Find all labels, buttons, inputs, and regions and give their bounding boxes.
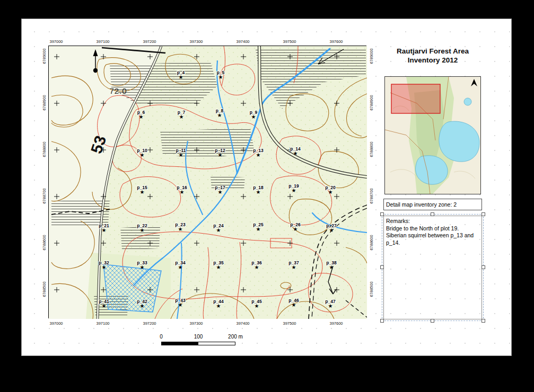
selection-handle[interactable] — [482, 212, 485, 216]
selection-handle[interactable] — [380, 265, 384, 269]
grid-coordinate-label: 6788800 — [369, 141, 374, 157]
grid-coordinate-label: 6788500 — [369, 281, 374, 297]
grid-coordinate-label: 6788600 — [42, 235, 47, 250]
layout-page: 72.0 53 p_4★p_5★p_6★p_7★p_8★p_9★p_10★p_1… — [21, 19, 512, 356]
layout-title[interactable]: Rautjarvi Forest Area Inventory 2012 — [383, 47, 482, 65]
scalebar[interactable]: 0100200 m — [161, 334, 241, 348]
main-map-canvas — [49, 46, 367, 319]
grid-coordinate-label: 397100 — [96, 321, 109, 326]
grid-coordinate-label: 397600 — [329, 321, 343, 326]
scalebar-label: 100 — [194, 334, 203, 340]
grid-coordinate-label: 6789000 — [369, 48, 374, 64]
grid-coordinate-label: 6789000 — [42, 48, 47, 64]
grid-coordinate-label: 397600 — [329, 39, 343, 44]
grid-coordinate-label: 397300 — [189, 39, 203, 44]
selection-handle[interactable] — [431, 212, 434, 216]
grid-coordinate-label: 397000 — [49, 321, 63, 326]
selection-handle[interactable] — [380, 319, 384, 323]
grid-coordinate-label: 6788700 — [42, 188, 47, 203]
grid-coordinate-label: 397100 — [96, 39, 109, 44]
selection-handle[interactable] — [482, 319, 485, 323]
remarks-body: Bridge to the North of plot 19. Siberian… — [386, 225, 474, 246]
layout-canvas: { "header": { "title_line1": "Rautjarvi … — [0, 0, 534, 392]
grid-coordinate-label: 6788900 — [369, 95, 374, 110]
grid-coordinate-label: 6788500 — [42, 281, 47, 297]
grid-coordinate-label: 6788800 — [42, 141, 47, 157]
selection-handle[interactable] — [380, 212, 384, 216]
overview-map-canvas — [385, 77, 480, 194]
grid-coordinate-label: 397400 — [236, 321, 249, 326]
title-line-1: Rautjarvi Forest Area — [383, 47, 482, 56]
grid-coordinate-label: 397500 — [283, 321, 296, 326]
scalebar-label: 200 m — [228, 334, 243, 340]
remarks-heading: Remarks: — [386, 218, 479, 225]
scalebar-segment-light — [198, 342, 235, 345]
grid-coordinate-label: 6788900 — [42, 95, 47, 110]
scalebar-segment-dark — [161, 342, 198, 345]
title-line-2: Inventory 2012 — [383, 56, 482, 65]
selection-handle[interactable] — [482, 265, 485, 269]
scalebar-bar — [161, 342, 235, 345]
pond-area — [103, 264, 161, 312]
scalebar-label: 0 — [160, 334, 163, 340]
grid-coordinate-label: 397000 — [49, 39, 63, 44]
detail-zone-highlight — [391, 84, 440, 113]
selection-handle[interactable] — [431, 319, 434, 323]
grid-coordinate-label: 397400 — [236, 39, 249, 44]
grid-coordinate-label: 397500 — [283, 39, 296, 44]
grid-coordinate-label: 397200 — [143, 321, 156, 326]
detail-zone-label[interactable]: Detail map inventory zone: 2 — [383, 199, 482, 210]
grid-coordinate-label: 397300 — [189, 321, 203, 326]
remarks-box[interactable]: Remarks: Bridge to the North of plot 19.… — [383, 216, 482, 319]
grid-coordinate-label: 6788600 — [369, 235, 374, 250]
grid-coordinate-label: 6788700 — [369, 188, 374, 203]
overview-map[interactable] — [384, 76, 481, 194]
main-map[interactable] — [48, 46, 366, 318]
grid-coordinate-label: 397200 — [143, 39, 156, 44]
